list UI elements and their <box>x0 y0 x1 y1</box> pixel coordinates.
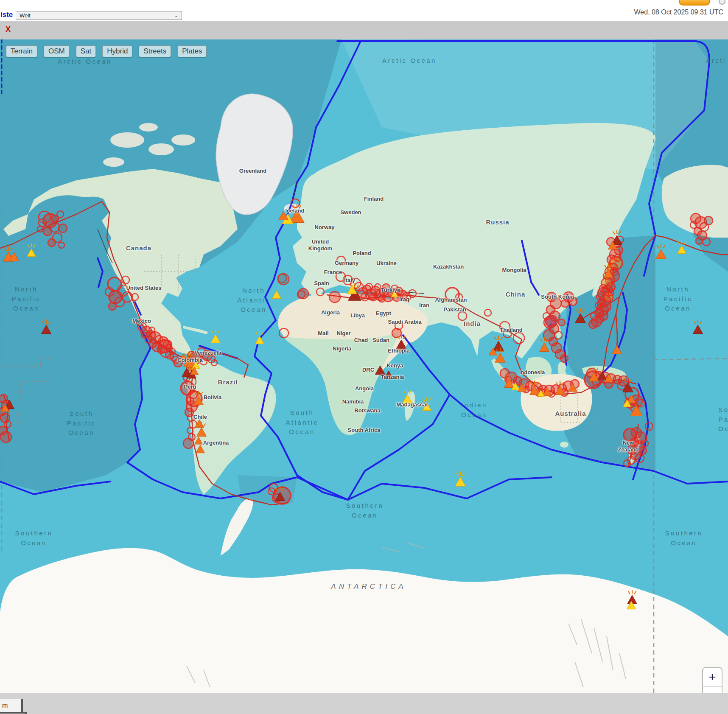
earthquake-marker[interactable] <box>696 238 703 244</box>
earthquake-marker[interactable] <box>43 227 52 235</box>
earthquake-marker[interactable] <box>568 297 577 305</box>
earthquake-marker[interactable] <box>59 224 67 232</box>
scale-box: m <box>0 699 23 712</box>
earthquake-marker[interactable] <box>624 428 636 441</box>
earthquake-marker[interactable] <box>158 340 171 353</box>
earthquake-marker[interactable] <box>370 293 377 301</box>
gear-icon[interactable] <box>719 0 725 5</box>
earthquake-marker[interactable] <box>329 291 340 302</box>
toolbar: X <box>0 21 728 39</box>
earthquake-marker[interactable] <box>558 319 565 326</box>
zoom-control: + − <box>702 667 722 693</box>
layer-button-hybrid[interactable]: Hybrid <box>102 45 132 57</box>
earthquake-marker[interactable] <box>704 216 713 225</box>
close-button[interactable]: X <box>6 25 11 34</box>
earthquake-marker[interactable] <box>561 300 569 307</box>
zoom-in-button[interactable]: + <box>703 668 722 687</box>
layer-button-sat[interactable]: Sat <box>76 45 96 57</box>
region-select[interactable]: Welt ⌄ <box>16 11 182 20</box>
bottom-bar: m <box>0 693 728 714</box>
top-bar: iste Welt ⌄ Wed, 08 Oct 2025 09:31 UTC <box>0 0 728 21</box>
list-link[interactable]: iste <box>0 11 13 19</box>
zoom-out-button[interactable]: − <box>703 687 722 693</box>
earthquake-marker[interactable] <box>109 302 116 310</box>
scale-label: m <box>2 702 8 709</box>
world-map[interactable]: TerrainOSMSatHybridStreetsPlates Arctic … <box>0 39 728 693</box>
scale-box-partial <box>0 712 27 714</box>
layer-button-osm[interactable]: OSM <box>44 45 70 57</box>
earthquake-marker[interactable] <box>382 284 390 291</box>
chevron-down-icon: ⌄ <box>174 13 178 18</box>
earthquake-marker[interactable] <box>278 274 289 285</box>
earthquake-marker[interactable] <box>589 320 597 328</box>
map-canvas <box>0 39 728 693</box>
layer-button-plates[interactable]: Plates <box>177 45 207 57</box>
region-select-value: Welt <box>20 12 31 19</box>
earthquake-marker[interactable] <box>298 288 308 299</box>
earthquake-marker[interactable] <box>0 431 11 442</box>
orange-button[interactable] <box>679 0 710 6</box>
layer-button-streets[interactable]: Streets <box>139 45 171 57</box>
layer-button-terrain[interactable]: Terrain <box>6 45 37 57</box>
earthquake-marker[interactable] <box>378 295 385 302</box>
earthquake-marker[interactable] <box>52 215 59 222</box>
utc-datetime: Wed, 08 Oct 2025 09:31 UTC <box>634 8 723 16</box>
earthquake-marker[interactable] <box>560 355 568 362</box>
earthquake-marker[interactable] <box>183 438 193 448</box>
map-layer-buttons: TerrainOSMSatHybridStreetsPlates <box>6 45 207 57</box>
earthquake-marker[interactable] <box>48 239 56 246</box>
